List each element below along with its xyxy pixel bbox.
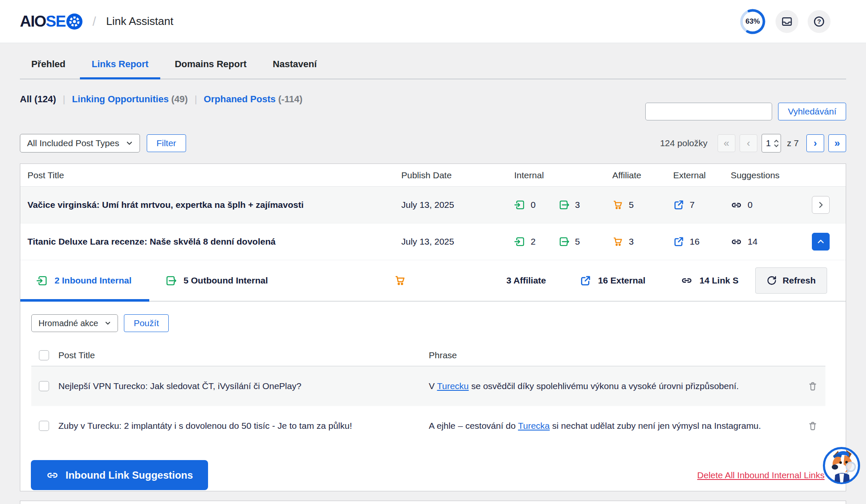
phrase-anchor-link[interactable]: Turecku: [437, 381, 469, 391]
current-page-value: 1: [763, 138, 774, 148]
select-all-checkbox[interactable]: [39, 350, 49, 360]
outbound-count: 3: [575, 200, 580, 210]
row-checkbox[interactable]: [39, 421, 49, 431]
detail-actions-row: Inbound Link Suggestions Delete All Inbo…: [31, 460, 825, 490]
page-number-input[interactable]: 1: [762, 134, 781, 153]
inner-table-row: Nejlepší VPN Turecko: Jak sledovat ČT, i…: [31, 366, 825, 406]
chevron-down-icon: [104, 319, 112, 327]
page-of-label: z 7: [787, 138, 799, 148]
filter-all[interactable]: All (124): [20, 94, 56, 105]
page-title: Link Assistant: [106, 15, 173, 28]
refresh-button[interactable]: Refresh: [755, 267, 827, 294]
detail-tab-affiliate-icon[interactable]: [394, 260, 406, 301]
detail-tab-link-suggestions[interactable]: 14 Link S: [681, 260, 738, 301]
top-actions: 63% ?: [739, 8, 830, 35]
affiliate-cart-icon: [612, 199, 623, 210]
stepper-up-icon: [774, 139, 779, 143]
search-button[interactable]: Vyhledávání: [778, 103, 846, 120]
aioseo-logo[interactable]: AIOSE: [20, 13, 82, 30]
search-bar: Vyhledávání: [645, 103, 846, 120]
pagination-prev-button[interactable]: ‹: [740, 134, 757, 152]
suggestion-post-title[interactable]: Nejlepší VPN Turecko: Jak sledovat ČT, i…: [58, 381, 429, 391]
seo-score-ring[interactable]: 63%: [739, 8, 766, 35]
inner-table-row: Zuby v Turecku: 2 implantáty i s dovolen…: [31, 406, 825, 446]
post-title-link[interactable]: Titanic Deluxe Lara recenze: Naše skvělá…: [27, 237, 401, 247]
link-suggestions-icon: [731, 236, 742, 248]
collapse-row-button[interactable]: [812, 233, 830, 251]
col-affiliate: Affiliate: [612, 170, 673, 180]
row-detail-panel: 2 Inbound Internal 5 Outbound Internal 3…: [20, 260, 846, 490]
inbound-links-table: Post Title Phrase Nejlepší VPN Turecko: …: [31, 345, 825, 446]
table-toolbar: All Included Post Types Filter 124 polož…: [20, 134, 846, 153]
gear-logo-icon: [66, 14, 82, 30]
pagination: 124 položky « ‹ 1 z 7 › »: [660, 134, 846, 153]
detail-tab-outbound-internal[interactable]: 5 Outbound Internal: [165, 260, 268, 301]
col-external: External: [673, 170, 731, 180]
search-input[interactable]: [645, 103, 772, 120]
suggestions-count: 0: [748, 200, 753, 210]
detail-tab-external[interactable]: 16 External: [580, 260, 645, 301]
inbound-internal-icon: [514, 236, 525, 247]
chevron-right-icon: [817, 201, 825, 209]
link-suggestions-icon: [731, 199, 742, 211]
pagination-first-button[interactable]: «: [718, 134, 735, 152]
col-suggestions: Suggestions: [731, 170, 812, 180]
detail-tab-affiliate[interactable]: 3 Affiliate: [507, 260, 546, 301]
affiliate-cart-icon: [612, 236, 623, 247]
notifications-button[interactable]: [776, 10, 798, 33]
col-publish-date: Publish Date: [401, 170, 514, 180]
delete-all-inbound-links-link[interactable]: Delete All Inbound Internal Links: [697, 470, 825, 480]
affiliate-count: 3: [629, 237, 634, 247]
post-type-select[interactable]: All Included Post Types: [20, 134, 140, 153]
inbound-link-suggestions-button[interactable]: Inbound Link Suggestions: [31, 460, 208, 490]
filter-orphaned-posts[interactable]: Orphaned Posts (-114): [204, 94, 303, 105]
inbound-count: 2: [531, 237, 536, 247]
trash-icon: [807, 420, 818, 431]
filter-linking-opportunities[interactable]: Linking Opportunities (49): [72, 94, 188, 105]
trash-icon: [807, 381, 818, 392]
seo-score-value: 63%: [739, 8, 766, 35]
expand-row-button[interactable]: [812, 196, 830, 214]
post-title-link[interactable]: Vačice virginská: Umí hrát mrtvou, exper…: [27, 200, 401, 210]
breadcrumb-separator: /: [93, 14, 96, 29]
suggestion-phrase: A ejhle – cestování do Turecka si nechat…: [429, 421, 805, 431]
delete-suggestion-button[interactable]: [805, 377, 820, 395]
bulk-actions-row: Hromadné akce Použít: [31, 314, 846, 332]
col-post-title: Post Title: [58, 350, 429, 360]
inbound-internal-icon: [514, 199, 525, 210]
help-button[interactable]: ?: [808, 10, 830, 33]
detail-tab-inbound-internal[interactable]: 2 Inbound Internal: [36, 260, 132, 301]
tab-prehled[interactable]: Přehled: [31, 50, 66, 79]
chevron-up-icon: [817, 237, 825, 246]
suggestion-post-title[interactable]: Zuby v Turecku: 2 implantáty i s dovolen…: [58, 421, 429, 431]
external-link-icon: [580, 275, 591, 286]
mascot-help-widget[interactable]: [823, 447, 860, 484]
bulk-action-select[interactable]: Hromadné akce: [31, 314, 118, 332]
table-header-row: Post Title Publish Date Internal Affilia…: [20, 164, 846, 187]
link-assistant-page: AIOSE / Link Assistant 63%: [0, 0, 866, 504]
page-stepper[interactable]: [774, 139, 779, 147]
col-post-title: Post Title: [27, 170, 401, 180]
filter-separator: |: [63, 94, 66, 105]
outbound-internal-icon: [165, 275, 177, 286]
row-checkbox[interactable]: [39, 381, 49, 391]
help-icon: ?: [813, 15, 825, 28]
items-count: 124 položky: [660, 138, 707, 148]
delete-suggestion-button[interactable]: [805, 417, 820, 435]
tab-links-report[interactable]: Links Report: [92, 50, 148, 79]
tab-domains-report[interactable]: Domains Report: [175, 50, 247, 79]
filter-button[interactable]: Filter: [147, 134, 186, 152]
external-count: 7: [690, 200, 695, 210]
top-bar: AIOSE / Link Assistant 63%: [0, 0, 866, 43]
publish-date: July 13, 2025: [401, 237, 514, 247]
inbound-count: 0: [531, 200, 536, 210]
outbound-internal-icon: [559, 199, 570, 210]
affiliate-cart-icon: [394, 275, 406, 286]
apply-button[interactable]: Použít: [124, 314, 169, 332]
chevron-down-icon: [125, 139, 134, 147]
inbound-internal-icon: [36, 275, 48, 286]
phrase-anchor-link[interactable]: Turecka: [518, 421, 550, 430]
pagination-last-button[interactable]: »: [828, 134, 846, 152]
pagination-next-button[interactable]: ›: [806, 134, 824, 152]
tab-nastaveni[interactable]: Nastavení: [273, 50, 317, 79]
